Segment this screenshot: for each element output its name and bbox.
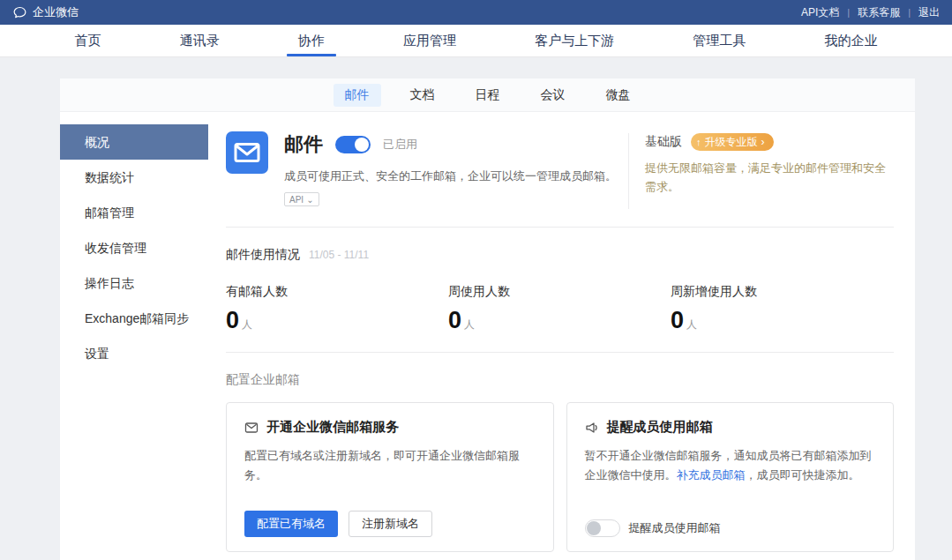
- tab-drive[interactable]: 微盘: [595, 84, 642, 107]
- content-panel: 邮件 文档 日程 会议 微盘 概况 数据统计 邮箱管理 收发信管理 操作日志 E…: [60, 78, 915, 560]
- mail-enabled-toggle[interactable]: [335, 136, 371, 153]
- nav-item-apps[interactable]: 应用管理: [400, 25, 460, 56]
- plan-description: 提供无限邮箱容量，满足专业的邮件管理和安全需求。: [645, 160, 894, 197]
- logout-link[interactable]: 退出: [918, 5, 940, 20]
- main-nav: 首页 通讯录 协作 应用管理 客户与上下游 管理工具 我的企业: [0, 25, 952, 57]
- sidebar: 概况 数据统计 邮箱管理 收发信管理 操作日志 Exchange邮箱同步 设置: [60, 112, 208, 552]
- sidebar-item-settings[interactable]: 设置: [60, 336, 208, 371]
- main-content: 邮件 已启用 成员可使用正式、安全的工作邮箱，企业可以统一管理成员邮箱。 API…: [208, 112, 915, 552]
- sidebar-item-statistics[interactable]: 数据统计: [60, 160, 208, 195]
- arrow-up-icon: ↑: [696, 137, 701, 147]
- usage-stats: 有邮箱人数 0 人 周使用人数 0 人: [226, 284, 894, 334]
- page-body: 邮件 文档 日程 会议 微盘 概况 数据统计 邮箱管理 收发信管理 操作日志 E…: [0, 57, 952, 560]
- upgrade-badge-label: 升级专业版: [705, 135, 758, 150]
- usage-title: 邮件使用情况: [226, 247, 300, 263]
- nav-item-admin-tools[interactable]: 管理工具: [689, 25, 749, 56]
- stat-label: 有邮箱人数: [226, 284, 448, 300]
- register-new-domain-button[interactable]: 注册新域名: [349, 511, 432, 537]
- mail-app-icon: [226, 131, 268, 174]
- body-row: 概况 数据统计 邮箱管理 收发信管理 操作日志 Exchange邮箱同步 设置: [60, 112, 915, 552]
- collab-subnav: 邮件 文档 日程 会议 微盘: [60, 78, 915, 112]
- plan-name: 基础版: [645, 134, 682, 150]
- upgrade-pro-badge[interactable]: ↑ 升级专业版 ›: [691, 133, 774, 151]
- section-divider: [226, 227, 894, 228]
- mail-app-info: 邮件 已启用 成员可使用正式、安全的工作邮箱，企业可以统一管理成员邮箱。 API…: [284, 131, 619, 209]
- configure-existing-domain-button[interactable]: 配置已有域名: [244, 511, 338, 537]
- status-enabled-label: 已启用: [383, 137, 417, 153]
- card-description: 暂不开通企业微信邮箱服务，通知成员将已有邮箱添加到企业微信中使用。补充成员邮箱，…: [585, 446, 876, 485]
- tab-meeting[interactable]: 会议: [529, 84, 577, 107]
- card-title: 开通企业微信邮箱服务: [266, 419, 399, 436]
- megaphone-icon: [585, 421, 599, 435]
- nav-item-contacts[interactable]: 通讯录: [176, 25, 223, 56]
- stat-value: 0: [671, 307, 684, 334]
- api-label: API: [289, 195, 304, 205]
- stat-label: 周新增使用人数: [671, 284, 893, 300]
- nav-item-customers[interactable]: 客户与上下游: [531, 25, 618, 56]
- contact-support-link[interactable]: 联系客服: [858, 5, 900, 20]
- stat-unit: 人: [686, 317, 697, 332]
- tab-schedule[interactable]: 日程: [464, 84, 512, 107]
- mail-usage-section: 邮件使用情况 11/05 - 11/11 有邮箱人数 0 人 周使用人数: [226, 247, 894, 334]
- topbar-links: API文档 | 联系客服 | 退出: [801, 5, 940, 20]
- sidebar-item-exchange-sync[interactable]: Exchange邮箱同步: [60, 301, 208, 336]
- configure-mailbox-section: 配置企业邮箱 开通企业微信邮箱服务: [226, 372, 894, 552]
- nav-item-home[interactable]: 首页: [71, 25, 105, 56]
- remind-toggle-label: 提醒成员使用邮箱: [629, 520, 721, 536]
- stat-weekly-users: 周使用人数 0 人: [448, 284, 671, 334]
- tab-docs[interactable]: 文档: [399, 84, 446, 107]
- sidebar-item-overview[interactable]: 概况: [60, 124, 208, 160]
- stat-unit: 人: [464, 317, 475, 332]
- api-docs-link[interactable]: API文档: [801, 5, 839, 20]
- card-title: 提醒成员使用邮箱: [607, 419, 713, 436]
- mail-app-header: 邮件 已启用 成员可使用正式、安全的工作邮箱，企业可以统一管理成员邮箱。 API…: [226, 131, 894, 209]
- tab-mail[interactable]: 邮件: [334, 84, 381, 107]
- stat-label: 周使用人数: [448, 284, 671, 300]
- stat-mailbox-count: 有邮箱人数 0 人: [226, 284, 448, 334]
- sidebar-item-mailbox-management[interactable]: 邮箱管理: [60, 195, 208, 230]
- topbar-separator: |: [847, 7, 850, 18]
- chevron-right-icon: ›: [761, 136, 765, 148]
- brand-label: 企业微信: [33, 4, 79, 20]
- sidebar-item-send-receive[interactable]: 收发信管理: [60, 230, 208, 265]
- card-description: 配置已有域名或注册新域名，即可开通企业微信邮箱服务。: [244, 446, 536, 485]
- configure-section-title: 配置企业邮箱: [226, 372, 894, 388]
- activate-mailbox-card: 开通企业微信邮箱服务 配置已有域名或注册新域名，即可开通企业微信邮箱服务。 配置…: [226, 402, 554, 552]
- plan-panel: 基础版 ↑ 升级专业版 › 提供无限邮箱容量，满足专业的邮件管理和安全需求。: [645, 131, 894, 209]
- api-dropdown[interactable]: API ⌄: [284, 192, 319, 206]
- topbar-separator: |: [908, 7, 911, 18]
- mail-app-description: 成员可使用正式、安全的工作邮箱，企业可以统一管理成员邮箱。: [284, 168, 619, 184]
- brand[interactable]: 企业微信: [12, 4, 79, 20]
- page-title: 邮件: [284, 131, 323, 158]
- remind-members-card: 提醒成员使用邮箱 暂不开通企业微信邮箱服务，通知成员将已有邮箱添加到企业微信中使…: [566, 402, 895, 552]
- topbar: 企业微信 API文档 | 联系客服 | 退出: [0, 0, 952, 25]
- nav-item-my-company[interactable]: 我的企业: [821, 25, 881, 56]
- usage-date-range: 11/05 - 11/11: [309, 249, 369, 261]
- nav-item-collaboration[interactable]: 协作: [295, 25, 328, 56]
- description-text: ，成员即可快捷添加。: [746, 468, 860, 482]
- section-divider: [226, 352, 894, 353]
- sidebar-item-operation-log[interactable]: 操作日志: [60, 265, 208, 301]
- add-member-mailbox-link[interactable]: 补充成员邮箱: [677, 468, 746, 482]
- vertical-divider: [628, 133, 629, 209]
- wework-logo-icon: [12, 5, 27, 20]
- stat-value: 0: [448, 307, 461, 334]
- stat-unit: 人: [242, 317, 252, 332]
- envelope-icon: [244, 421, 259, 435]
- caret-down-icon: ⌄: [306, 195, 313, 205]
- stat-value: 0: [226, 307, 239, 334]
- remind-members-toggle[interactable]: [585, 519, 620, 537]
- stat-weekly-new-users: 周新增使用人数 0 人: [671, 284, 893, 334]
